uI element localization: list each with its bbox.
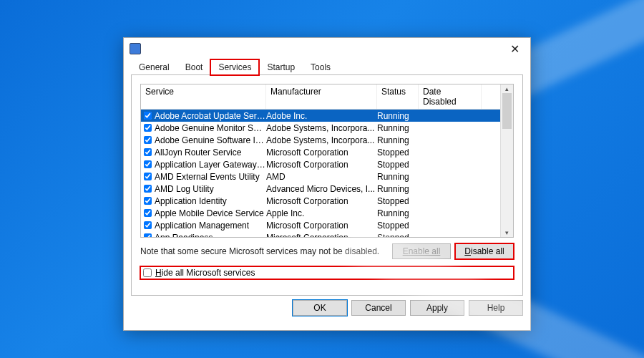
cell-status: Stopped: [377, 233, 419, 238]
cell-status: Stopped: [377, 196, 419, 206]
tab-boot[interactable]: Boot: [177, 59, 211, 75]
cell-service: AllJoyn Router Service: [154, 147, 266, 158]
app-icon: [130, 43, 141, 54]
cell-status: Stopped: [377, 147, 419, 158]
ok-button[interactable]: OK: [293, 300, 347, 316]
col-manufacturer[interactable]: Manufacturer: [266, 84, 377, 109]
cancel-button[interactable]: Cancel: [351, 300, 406, 316]
msconfig-dialog: ✕ General Boot Services Startup Tools Se…: [123, 37, 531, 331]
cell-manufacturer: Microsoft Corporation: [266, 221, 377, 231]
dialog-footer: OK Cancel Apply Help: [124, 300, 530, 323]
tab-general[interactable]: General: [131, 59, 177, 75]
disable-all-button[interactable]: Disable all: [455, 243, 514, 259]
row-checkbox[interactable]: [144, 124, 152, 132]
tab-services[interactable]: Services: [210, 59, 259, 75]
cell-status: Running: [377, 111, 419, 121]
services-rows: Adobe Acrobat Update ServiceAdobe Inc.Ru…: [141, 110, 500, 238]
scroll-up-icon[interactable]: ▴: [505, 84, 509, 93]
hide-microsoft-input[interactable]: [143, 268, 152, 277]
scroll-down-icon[interactable]: ▾: [505, 228, 509, 237]
cell-status: Running: [377, 135, 419, 145]
tabstrip: General Boot Services Startup Tools: [124, 59, 530, 75]
tab-startup[interactable]: Startup: [259, 59, 303, 75]
row-checkbox[interactable]: [144, 185, 152, 193]
cell-status: Stopped: [377, 160, 419, 170]
cell-service: App Readiness: [154, 233, 266, 238]
cell-manufacturer: Microsoft Corporation: [266, 196, 377, 206]
enable-all-button[interactable]: Enable all: [392, 243, 451, 259]
cell-manufacturer: Microsoft Corporation: [266, 147, 377, 158]
row-checkbox[interactable]: [144, 148, 152, 156]
col-status[interactable]: Status: [377, 84, 419, 109]
cell-service: Application Management: [154, 221, 266, 231]
table-row[interactable]: Adobe Acrobat Update ServiceAdobe Inc.Ru…: [141, 110, 500, 122]
cell-status: Running: [377, 172, 419, 182]
table-row[interactable]: App ReadinessMicrosoft CorporationStoppe…: [141, 231, 500, 238]
cell-service: Adobe Acrobat Update Service: [154, 111, 266, 121]
cell-service: AMD Log Utility: [154, 184, 266, 194]
cell-manufacturer: Advanced Micro Devices, I...: [266, 184, 377, 194]
row-checkbox[interactable]: [144, 209, 152, 217]
cell-manufacturer: Adobe Systems, Incorpora...: [266, 123, 377, 133]
close-button[interactable]: ✕: [500, 39, 529, 59]
cell-service: Adobe Genuine Software Integri...: [154, 135, 266, 145]
table-row[interactable]: AMD Log UtilityAdvanced Micro Devices, I…: [141, 183, 500, 195]
scroll-thumb[interactable]: [502, 93, 512, 129]
column-headers[interactable]: Service Manufacturer Status Date Disable…: [141, 84, 500, 110]
cell-status: Running: [377, 184, 419, 194]
cell-service: Apple Mobile Device Service: [154, 208, 266, 218]
table-row[interactable]: Application IdentityMicrosoft Corporatio…: [141, 195, 500, 207]
titlebar: ✕: [124, 38, 530, 59]
row-checkbox[interactable]: [144, 136, 152, 144]
table-row[interactable]: Adobe Genuine Software Integri...Adobe S…: [141, 134, 500, 146]
col-service[interactable]: Service: [141, 84, 266, 109]
row-checkbox[interactable]: [144, 221, 152, 229]
table-row[interactable]: Application Layer Gateway ServiceMicroso…: [141, 158, 500, 170]
cell-status: Stopped: [377, 221, 419, 231]
row-checkbox[interactable]: [144, 173, 152, 180]
help-button[interactable]: Help: [469, 300, 523, 316]
cell-service: Adobe Genuine Monitor Service: [154, 123, 266, 133]
services-panel: Service Manufacturer Status Date Disable…: [131, 75, 523, 296]
cell-manufacturer: Apple Inc.: [266, 208, 377, 218]
cell-manufacturer: AMD: [266, 172, 377, 182]
cell-status: Running: [377, 208, 419, 218]
col-date[interactable]: Date Disabled: [419, 84, 482, 109]
row-checkbox[interactable]: [144, 197, 152, 205]
table-row[interactable]: Adobe Genuine Monitor ServiceAdobe Syste…: [141, 122, 500, 134]
cell-manufacturer: Microsoft Corporation: [266, 160, 377, 170]
disable-all-rest: isable all: [471, 246, 504, 256]
row-checkbox[interactable]: [144, 160, 152, 168]
cell-manufacturer: Microsoft Corporation: [266, 233, 377, 238]
note-text: Note that some secure Microsoft services…: [140, 246, 388, 256]
cell-manufacturer: Adobe Systems, Incorpora...: [266, 135, 377, 145]
cell-manufacturer: Adobe Inc.: [266, 111, 377, 121]
table-row[interactable]: Application ManagementMicrosoft Corporat…: [141, 219, 500, 231]
table-row[interactable]: AllJoyn Router ServiceMicrosoft Corporat…: [141, 146, 500, 158]
services-table: Service Manufacturer Status Date Disable…: [140, 84, 514, 238]
hide-microsoft-checkbox[interactable]: Hide all Microsoft services: [140, 266, 514, 279]
tab-tools[interactable]: Tools: [303, 59, 338, 75]
cell-service: Application Layer Gateway Service: [154, 160, 266, 170]
vertical-scrollbar[interactable]: ▴ ▾: [500, 84, 513, 237]
row-checkbox[interactable]: [144, 112, 152, 120]
cell-service: AMD External Events Utility: [154, 172, 266, 182]
cell-status: Running: [377, 123, 419, 133]
apply-button[interactable]: Apply: [410, 300, 464, 316]
table-row[interactable]: AMD External Events UtilityAMDRunning: [141, 170, 500, 183]
table-row[interactable]: Apple Mobile Device ServiceApple Inc.Run…: [141, 207, 500, 219]
row-checkbox[interactable]: [144, 233, 152, 238]
cell-service: Application Identity: [154, 196, 266, 206]
